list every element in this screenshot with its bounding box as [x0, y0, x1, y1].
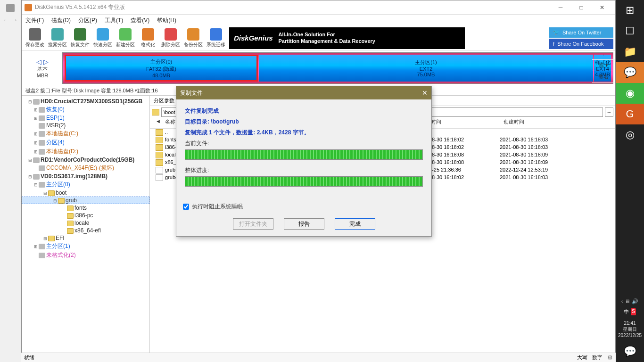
tree-x86[interactable]: x86_64-efi	[22, 227, 149, 234]
clock[interactable]: 21:41星期日2022/12/25	[617, 317, 643, 341]
tree-part4[interactable]: ⊞分区(4)	[22, 138, 149, 147]
wechat-icon[interactable]: 💬	[616, 62, 644, 83]
twitter-icon: 🐦	[553, 29, 560, 35]
current-file-label: 当前文件:	[185, 140, 423, 148]
gutter-item[interactable]: 除 ▾	[592, 60, 615, 71]
status-num: 数字	[592, 354, 603, 361]
gutter-item[interactable]: ·	[592, 50, 615, 60]
tree-local-c[interactable]: ⊞本地磁盘(C:)	[22, 129, 149, 138]
file-cre: 2021-08-30 16:18:09	[500, 159, 570, 166]
file-mod: 08-30 16:18:08	[429, 152, 500, 158]
folder-icon	[156, 137, 163, 143]
copy-summary-text: 复制完成 1 个文件，数据量: 2.4KB，2428 字节。	[185, 129, 423, 137]
app-icon[interactable]: G	[616, 104, 644, 124]
prevent-sleep-checkbox[interactable]: 执行时阻止系统睡眠	[183, 203, 425, 211]
partition-1[interactable]: 主分区(1)EXT275.0MB	[259, 55, 593, 82]
folder-icon	[156, 129, 163, 136]
report-button[interactable]: 报告	[284, 218, 324, 230]
titlebar: DiskGenius V5.4.5.1412 x64 专业版 ─ □ ✕	[22, 0, 615, 15]
menu-file[interactable]: 文件(F)	[25, 16, 44, 25]
search-partition-button[interactable]: 搜索分区	[46, 26, 69, 50]
file-cre: 2021-08-30 16:18:03	[500, 137, 570, 143]
tree-fonts[interactable]: fonts	[22, 204, 149, 212]
ime-indicator[interactable]: 中S	[623, 306, 637, 317]
new-partition-button[interactable]: 新建分区	[114, 26, 137, 50]
dialog-close-button[interactable]: ✕	[422, 89, 428, 97]
tree-rd1[interactable]: ⊟RD1:VendorCoProductCode(15GB)	[22, 156, 149, 164]
right-gutter: · 除 ▾ 命名	[592, 50, 615, 82]
partition-map: ◁ ▷ 基本MBR 主分区(0)FAT32 (隐藏)48.0MB 主分区(1)E…	[22, 50, 615, 86]
tree-efi[interactable]: ⊞EFI	[22, 234, 149, 242]
finish-button[interactable]: 完成	[335, 218, 375, 230]
forward-icon[interactable]: →	[11, 16, 18, 24]
diskgenius-icon[interactable]: ◉	[616, 83, 644, 104]
format-button[interactable]: 格式化	[137, 26, 159, 50]
toolbar: 保存更改 搜索分区 恢复文件 快速分区 新建分区 格式化 删除分区 备份分区 系…	[22, 26, 615, 50]
tree-main1[interactable]: ⊞主分区(1)	[22, 242, 149, 251]
file-cre: 2021-08-30 16:18:03	[500, 144, 570, 151]
menu-tools[interactable]: 工具(T)	[105, 16, 123, 25]
menubar: 文件(F) 磁盘(D) 分区(P) 工具(T) 查看(V) 帮助(H)	[22, 15, 615, 26]
tree-i386[interactable]: i386-pc	[22, 212, 149, 219]
tree-msr[interactable]: MSR(2)	[22, 122, 149, 129]
go-button[interactable]: →	[605, 107, 613, 117]
tree-boot[interactable]: ⊟boot	[22, 189, 149, 197]
tab-icon[interactable]	[6, 4, 15, 12]
disk-tree: ⊟HD0:CrucialCT275MX300SSD1(256GB ⊞恢复(0) …	[22, 96, 150, 353]
prevent-sleep-input[interactable]	[183, 204, 189, 210]
tree-main0[interactable]: ⊟主分区(0)	[22, 180, 149, 189]
tree-unformatted[interactable]: 未格式化(2)	[22, 251, 149, 260]
dialog-titlebar: 复制文件 ✕	[176, 86, 431, 99]
edge-icon[interactable]: ◎	[616, 124, 644, 145]
recover-files-button[interactable]: 恢复文件	[69, 26, 91, 50]
file-icon	[156, 167, 163, 173]
close-button[interactable]: ✕	[592, 0, 612, 15]
tree-recovery[interactable]: ⊞恢复(0)	[22, 105, 149, 114]
minimize-button[interactable]: ─	[550, 0, 571, 15]
explorer-icon[interactable]: 📁	[616, 41, 644, 62]
back-icon[interactable]: ◄	[156, 118, 163, 128]
save-button[interactable]: 保存更改	[24, 26, 46, 50]
folder-icon	[156, 152, 163, 158]
partition-0[interactable]: 主分区(0)FAT32 (隐藏)48.0MB	[65, 55, 258, 82]
tab-partition-params[interactable]: 分区参数	[150, 96, 179, 106]
delete-partition-button[interactable]: 删除分区	[159, 26, 182, 50]
tree-local-d[interactable]: ⊞本地磁盘(D:)	[22, 147, 149, 156]
share-facebook-button[interactable]: fShare On Facebook	[549, 39, 613, 49]
file-mod: 08-30 16:18:02	[429, 174, 500, 181]
notifications-icon[interactable]: 💬	[616, 341, 644, 362]
tree-cccoma[interactable]: CCCOMA_X64F(E:)-(损坏)	[22, 164, 149, 173]
total-progress-label: 整体进度:	[185, 166, 423, 174]
tree-vd0[interactable]: ⊟VD0:DS3617.img(128MB)	[22, 173, 149, 180]
file-mod: 08-30 16:18:08	[429, 159, 500, 166]
col-cre[interactable]: 创建时间	[504, 118, 574, 128]
share-twitter-button[interactable]: 🐦Share On Twitter	[549, 27, 613, 38]
quick-partition-button[interactable]: 快速分区	[91, 26, 114, 50]
copy-done-text: 文件复制完成	[185, 107, 423, 115]
copy-files-dialog: 复制文件 ✕ 文件复制完成 目标目录: \boot\grub 复制完成 1 个文…	[176, 86, 432, 237]
statusbar: 就绪 大写 数字 ⚙	[21, 353, 616, 362]
backup-partition-button[interactable]: 备份分区	[182, 26, 205, 50]
tree-locale[interactable]: locale	[22, 219, 149, 227]
tree-grub[interactable]: ⊟grub	[22, 197, 149, 204]
nav-arrows-icon[interactable]: ◁ ▷	[36, 58, 49, 66]
tree-esp[interactable]: ⊞ESP(1)	[22, 114, 149, 122]
maximize-button[interactable]: □	[571, 0, 592, 15]
gutter-item[interactable]: 命名	[592, 71, 615, 82]
taskview-icon[interactable]: ☐	[616, 21, 644, 41]
gear-icon[interactable]: ⚙	[607, 354, 613, 361]
start-icon[interactable]: ⊞	[616, 0, 644, 21]
menu-help[interactable]: 帮助(H)	[157, 16, 176, 25]
col-mod[interactable]: 时间	[431, 118, 502, 128]
current-file-progress	[185, 149, 423, 160]
menu-partition[interactable]: 分区(P)	[78, 16, 97, 25]
file-mod	[429, 129, 500, 136]
file-cre: 2022-12-24 12:53:19	[500, 167, 570, 173]
menu-view[interactable]: 查看(V)	[131, 16, 149, 25]
system-migration-button[interactable]: 系统迁移	[205, 26, 227, 50]
back-icon[interactable]: ←	[3, 16, 9, 24]
tray-expand-icon[interactable]: ‹🖥🔊	[620, 296, 640, 306]
menu-disk[interactable]: 磁盘(D)	[51, 16, 71, 25]
file-mod: 08-30 16:18:02	[429, 144, 500, 151]
tree-hd0[interactable]: ⊟HD0:CrucialCT275MX300SSD1(256GB	[22, 98, 149, 105]
